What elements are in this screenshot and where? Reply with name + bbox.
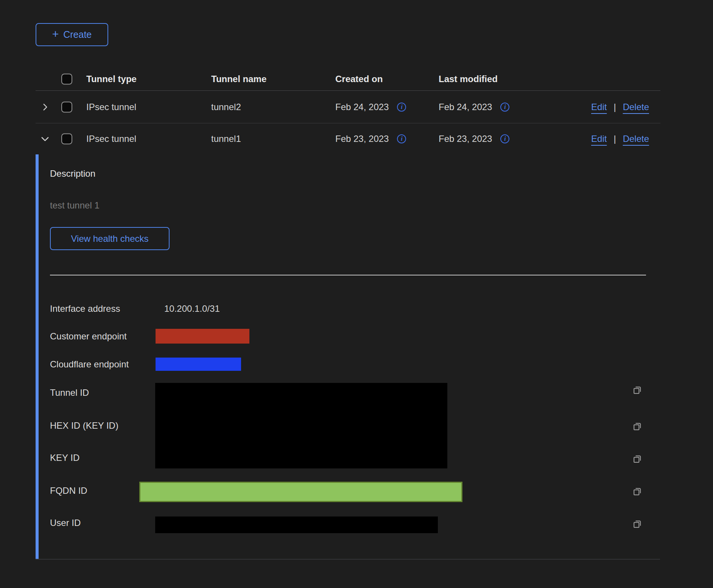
delete-link[interactable]: Delete (623, 102, 649, 112)
copy-icon (632, 518, 643, 530)
description-value: test tunnel 1 (50, 200, 100, 211)
chevron-down-icon (40, 134, 50, 144)
edit-link[interactable]: Edit (591, 102, 607, 112)
view-health-checks-button[interactable]: View health checks (50, 227, 170, 250)
tunnel-id-label: Tunnel ID (50, 387, 89, 398)
header-created-on: Created on (335, 74, 383, 84)
info-icon[interactable]: i (500, 134, 509, 143)
table-row: IPsec tunnel tunnel1 Feb 23, 2023 i Feb … (36, 123, 660, 154)
last-modified-value: Feb 24, 2023 (439, 102, 492, 112)
user-id-redacted-value (155, 516, 438, 533)
last-modified-cell: Feb 24, 2023 i (439, 102, 509, 112)
tunnels-page: + Create Tunnel type Tunnel name Created… (0, 0, 713, 588)
action-separator: | (613, 102, 616, 112)
info-icon[interactable]: i (500, 103, 509, 112)
copy-icon (632, 453, 643, 465)
info-icon[interactable]: i (397, 134, 406, 143)
create-button[interactable]: + Create (36, 23, 108, 46)
row-checkbox[interactable] (61, 101, 72, 112)
user-id-label: User ID (50, 518, 81, 528)
header-tunnel-type: Tunnel type (86, 74, 137, 84)
copy-icon (632, 486, 643, 497)
copy-tunnel-id-button[interactable] (631, 384, 643, 397)
created-on-cell: Feb 23, 2023 i (335, 134, 406, 144)
select-all-checkbox[interactable] (61, 74, 72, 85)
row-actions: Edit | Delete (591, 102, 649, 112)
cloudflare-endpoint-label: Cloudflare endpoint (50, 359, 129, 370)
tunnel-name-cell: tunnel2 (211, 102, 241, 112)
table-row: IPsec tunnel tunnel2 Feb 24, 2023 i Feb … (36, 91, 660, 123)
description-label: Description (50, 168, 95, 179)
collapse-row-button[interactable] (39, 133, 51, 145)
row-actions: Edit | Delete (591, 134, 649, 144)
info-icon[interactable]: i (397, 103, 406, 112)
customer-endpoint-redacted-value (156, 329, 249, 344)
ids-redacted-value (155, 383, 447, 468)
tunnel-type-cell: IPsec tunnel (86, 134, 136, 144)
expanded-row-bottom-divider (36, 559, 660, 560)
last-modified-value: Feb 23, 2023 (439, 134, 492, 144)
expanded-row-accent-bar (36, 154, 39, 559)
copy-user-id-button[interactable] (631, 518, 643, 530)
create-button-label: Create (63, 29, 92, 40)
created-on-value: Feb 24, 2023 (335, 102, 389, 112)
copy-fqdn-id-button[interactable] (631, 486, 643, 498)
plus-icon: + (52, 28, 59, 40)
chevron-right-icon (40, 102, 50, 112)
copy-icon (632, 421, 643, 432)
fqdn-id-redacted-value (139, 482, 462, 502)
interface-address-value: 10.200.1.0/31 (164, 303, 220, 314)
action-separator: | (613, 134, 616, 144)
last-modified-cell: Feb 23, 2023 i (439, 134, 509, 144)
header-last-modified: Last modified (439, 74, 498, 84)
created-on-cell: Feb 24, 2023 i (335, 102, 406, 112)
delete-link[interactable]: Delete (623, 134, 649, 144)
cloudflare-endpoint-redacted-value (156, 358, 241, 371)
key-id-label: KEY ID (50, 453, 79, 463)
customer-endpoint-label: Customer endpoint (50, 331, 127, 342)
detail-divider (50, 275, 646, 275)
copy-hex-id-button[interactable] (631, 421, 643, 433)
created-on-value: Feb 23, 2023 (335, 134, 389, 144)
header-tunnel-name: Tunnel name (211, 74, 266, 84)
table-header-row: Tunnel type Tunnel name Created on Last … (36, 68, 660, 91)
copy-icon (632, 384, 643, 396)
tunnel-name-cell: tunnel1 (211, 134, 241, 144)
row-checkbox[interactable] (61, 134, 72, 145)
expand-row-button[interactable] (39, 101, 51, 113)
interface-address-label: Interface address (50, 303, 120, 314)
fqdn-id-label: FQDN ID (50, 485, 87, 496)
tunnel-type-cell: IPsec tunnel (86, 102, 136, 112)
hex-id-label: HEX ID (KEY ID) (50, 420, 118, 431)
copy-key-id-button[interactable] (631, 453, 643, 465)
edit-link[interactable]: Edit (591, 134, 607, 144)
